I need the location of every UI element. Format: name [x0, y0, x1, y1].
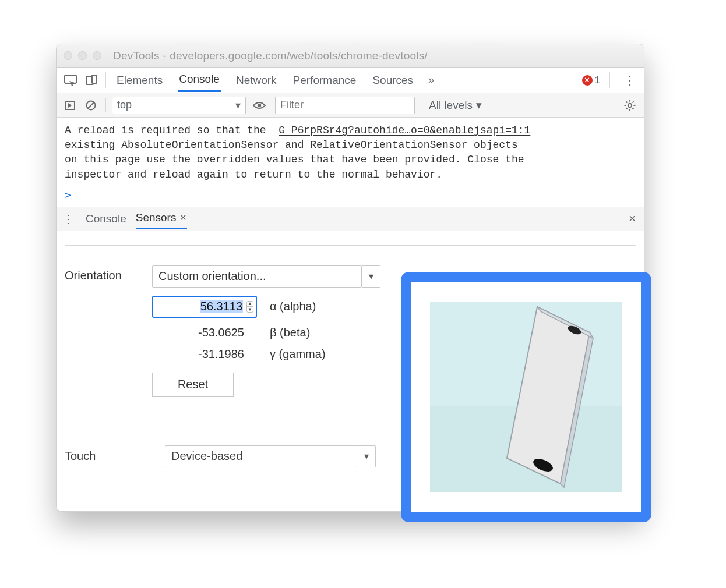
tab-elements[interactable]: Elements	[115, 69, 164, 91]
svg-marker-16	[507, 307, 590, 484]
divider	[65, 245, 636, 246]
drawer-tab-console[interactable]: Console	[86, 209, 126, 229]
svg-point-6	[258, 103, 261, 107]
error-icon: ✕	[582, 75, 593, 86]
prompt-caret-icon: >	[65, 189, 71, 201]
console-body: A reload is required so that the G P6rpR…	[57, 118, 644, 186]
alpha-value: 56.3113	[200, 300, 243, 313]
orientation-preview[interactable]	[430, 302, 622, 492]
filter-input[interactable]	[275, 97, 415, 114]
touch-preset-value: Device-based	[171, 449, 242, 463]
chevron-down-icon[interactable]: ▾	[362, 265, 380, 288]
main-tabstrip: Elements Console Network Performance Sou…	[57, 68, 644, 93]
alpha-label: α (alpha)	[270, 300, 316, 313]
gamma-label: γ (gamma)	[270, 348, 326, 361]
svg-point-19	[567, 324, 583, 336]
console-message: A reload is required so that the G P6rpR…	[65, 123, 637, 182]
orientation-preset-select[interactable]: Custom orientation...	[152, 265, 362, 288]
error-count-value: 1	[595, 75, 600, 86]
tab-console[interactable]: Console	[178, 68, 221, 92]
divider	[609, 72, 610, 88]
reset-button[interactable]: Reset	[152, 373, 234, 397]
svg-rect-2	[92, 75, 97, 83]
context-selector-value: top	[117, 99, 132, 111]
svg-marker-17	[561, 332, 593, 487]
svg-marker-18	[537, 307, 593, 338]
window-traffic-lights	[64, 51, 101, 60]
chevron-down-icon[interactable]: ▾	[357, 445, 376, 467]
live-expression-icon[interactable]	[253, 101, 266, 110]
beta-label: β (beta)	[270, 326, 310, 339]
main-menu-button[interactable]: ⋮	[619, 73, 640, 87]
chevron-down-icon: ▾	[235, 99, 241, 112]
orientation-preview-highlight	[401, 272, 651, 522]
reset-button-label: Reset	[178, 378, 208, 391]
window-titlebar: DevTools - developers.google.com/web/too…	[57, 44, 644, 68]
drawer-tab-sensors[interactable]: Sensors ✕	[136, 208, 188, 229]
touch-preset-select[interactable]: Device-based	[165, 445, 357, 467]
error-count[interactable]: ✕ 1	[582, 75, 600, 86]
log-levels-selector[interactable]: All levels ▾	[429, 98, 482, 112]
tab-network[interactable]: Network	[235, 69, 278, 91]
tab-performance[interactable]: Performance	[292, 69, 358, 91]
message-source-link[interactable]: G P6rpRSr4g?autohide…o=0&enablejsapi=1:1	[279, 125, 530, 136]
device-toolbar-icon[interactable]	[81, 72, 102, 89]
svg-line-12	[626, 101, 627, 102]
svg-line-5	[88, 102, 94, 108]
alpha-input[interactable]: 56.3113 ▲▼	[152, 296, 257, 318]
clear-console-icon[interactable]	[82, 98, 100, 113]
toggle-sidebar-icon[interactable]	[61, 98, 79, 113]
log-levels-label: All levels	[429, 99, 473, 112]
tabs-overflow-button[interactable]: »	[428, 74, 434, 86]
window-minimize-button[interactable]	[78, 51, 87, 60]
touch-label: Touch	[65, 449, 152, 463]
inspect-element-icon[interactable]	[60, 72, 81, 89]
drawer-menu-button[interactable]: ⋮	[62, 212, 74, 226]
gamma-value[interactable]: -31.1986	[152, 348, 257, 361]
orientation-preset-value: Custom orientation...	[158, 270, 266, 283]
number-spinner[interactable]: ▲▼	[246, 301, 253, 313]
svg-point-7	[628, 103, 632, 107]
drawer-tabstrip: ⋮ Console Sensors ✕ ×	[57, 207, 644, 231]
svg-line-14	[626, 108, 627, 109]
orientation-label: Orientation	[65, 265, 152, 282]
context-selector[interactable]: top ▾	[112, 97, 246, 114]
beta-value[interactable]: -53.0625	[152, 326, 257, 339]
console-settings-icon[interactable]	[621, 100, 639, 111]
svg-line-15	[633, 101, 634, 102]
close-tab-icon[interactable]: ✕	[179, 212, 187, 223]
main-tabs: Elements Console Network Performance Sou…	[115, 68, 582, 92]
svg-point-20	[531, 456, 555, 474]
window-zoom-button[interactable]	[93, 51, 101, 60]
tab-sources[interactable]: Sources	[371, 69, 414, 91]
console-prompt[interactable]: >	[57, 186, 644, 207]
drawer-close-button[interactable]: ×	[626, 212, 638, 225]
console-toolbar: top ▾ All levels ▾	[57, 93, 644, 118]
device-model-icon	[473, 302, 601, 488]
chevron-down-icon: ▾	[476, 98, 482, 112]
window-close-button[interactable]	[64, 51, 72, 60]
svg-line-13	[633, 108, 634, 109]
divider	[105, 98, 106, 112]
window-title: DevTools - developers.google.com/web/too…	[113, 49, 428, 62]
divider	[105, 72, 106, 88]
